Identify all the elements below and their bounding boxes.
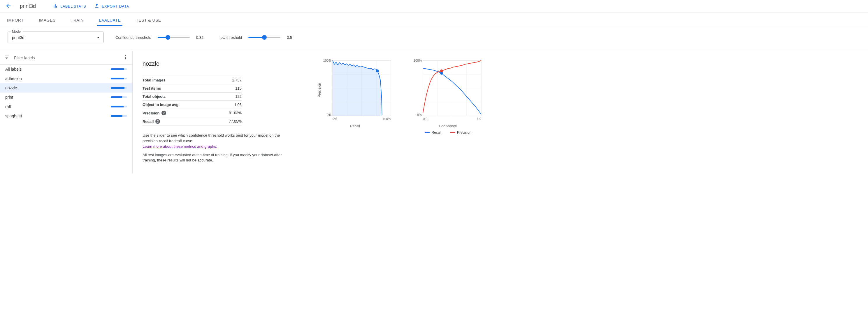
tabs: IMPORTIMAGESTRAINEVALUATETEST & USE [0,13,868,26]
conf-chart-xlabel: Confidence [439,124,457,128]
model-select[interactable]: Model print3d [7,31,104,43]
label-row-adhesion[interactable]: adhesion [0,74,132,83]
tab-evaluate[interactable]: EVALUATE [97,18,122,26]
filter-labels-input[interactable] [13,55,119,60]
stat-key: Total images [143,78,165,82]
main: All labelsadhesionnozzleprintraftspaghet… [0,51,868,174]
stat-value: 115 [235,86,242,90]
label-name: print [5,95,13,100]
label-row-raft[interactable]: raft [0,102,132,111]
page-title: print3d [20,3,36,9]
stat-value: 122 [235,94,242,99]
label-row-spaghetti[interactable]: spaghetti [0,111,132,120]
svg-text:100%: 100% [383,117,391,120]
iou-label: IoU threshold [219,35,242,40]
tab-import[interactable]: IMPORT [5,18,25,26]
svg-text:0%: 0% [417,113,422,116]
confidence-value: 0.32 [196,35,208,40]
stat-value: 1.06 [234,103,242,107]
stat-table: Total images2,737Test items115Total obje… [143,76,242,126]
back-arrow-icon[interactable] [5,3,12,10]
label-name: All labels [5,67,22,72]
svg-text:1.0: 1.0 [477,117,481,120]
stat-value: 81.03% [229,111,242,115]
label-row-print[interactable]: print [0,92,132,102]
stat-row: Total images2,737 [143,76,242,84]
iou-value: 0.5 [287,35,299,40]
svg-point-11 [376,69,379,73]
label-minibar [111,106,127,107]
legend-precision: Precision [457,131,471,135]
label-minibar [111,87,127,89]
label-name: spaghetti [5,114,22,118]
svg-text:100%: 100% [323,59,332,62]
svg-text:0.0: 0.0 [423,117,427,120]
blurb: Use the slider to see which confidence t… [143,133,294,163]
bar-chart-icon [53,3,58,9]
help-icon[interactable]: ? [161,111,166,115]
label-minibar [111,96,127,98]
filter-row [0,51,132,64]
stat-value: 2,737 [232,78,242,82]
learn-more-link[interactable]: Learn more about these metrics and graph… [143,144,217,148]
blurb-text-2: All test images are evaluated at the tim… [143,153,282,163]
pr-chart-xlabel: Recall [350,124,360,128]
topbar: print3d LABEL STATS EXPORT DATA [0,0,868,13]
stat-row: Recall?77.05% [143,117,242,126]
stat-row: Test items115 [143,84,242,92]
stat-key: Precision? [143,111,166,115]
label-row-nozzle[interactable]: nozzle [0,83,132,92]
confidence-chart: 100%0%0.01.0 [413,58,483,122]
tab-train[interactable]: TRAIN [69,18,86,26]
confidence-label: Confidence threshold [116,35,151,40]
precision-recall-chart: 100%0%0%100% [323,58,393,122]
more-vert-icon[interactable] [123,55,128,61]
upload-icon [94,3,99,9]
label-minibar [111,78,127,79]
stat-key: Recall? [143,119,160,124]
pr-chart-block: Precision 100%0%0%100% Recall [317,58,393,128]
controls-bar: Model print3d Confidence threshold 0.32 … [0,26,868,51]
confidence-slider-group: Confidence threshold 0.32 [116,35,208,40]
legend-recall: Recall [432,131,441,135]
label-minibar [111,115,127,117]
label-stats-button[interactable]: LABEL STATS [53,3,86,9]
pr-chart-ylabel: Precision [317,83,321,97]
tab-images[interactable]: IMAGES [37,18,57,26]
label-name: raft [5,104,11,109]
svg-point-24 [440,69,443,73]
stat-key: Object to image avg [143,103,179,107]
conf-chart-block: 100%0%0.01.0 Confidence Recall Precision [413,58,483,135]
export-data-button[interactable]: EXPORT DATA [94,3,129,9]
detail-panel: nozzle Total images2,737Test items115Tot… [133,51,868,174]
help-icon[interactable]: ? [155,119,160,124]
stat-key: Test items [143,86,161,90]
iou-slider[interactable] [248,37,280,38]
conf-chart-legend: Recall Precision [425,131,472,135]
stat-value: 77.05% [229,119,242,124]
label-row-all-labels[interactable]: All labels [0,64,132,74]
stat-row: Object to image avg1.06 [143,101,242,109]
filter-icon[interactable] [4,55,9,61]
svg-text:0%: 0% [327,113,332,116]
caret-down-icon [96,36,100,40]
export-data-label: EXPORT DATA [102,4,129,8]
stat-row: Precision?81.03% [143,109,242,117]
charts: Precision 100%0%0%100% Recall 100%0%0.01… [317,58,483,167]
iou-slider-group: IoU threshold 0.5 [219,35,299,40]
blurb-text-1: Use the slider to see which confidence t… [143,133,280,143]
svg-text:0%: 0% [333,117,337,120]
label-name: adhesion [5,76,22,81]
label-name: nozzle [5,86,17,90]
detail-title: nozzle [143,60,306,67]
confidence-slider[interactable] [158,37,190,38]
model-select-value: print3d [12,35,25,40]
tab-test-use[interactable]: TEST & USE [134,18,163,26]
label-minibar [111,68,127,70]
svg-text:100%: 100% [413,59,422,62]
stat-row: Total objects122 [143,92,242,101]
model-select-label: Model [11,29,23,34]
stat-key: Total objects [143,94,165,99]
label-stats-label: LABEL STATS [60,4,86,8]
labels-sidebar: All labelsadhesionnozzleprintraftspaghet… [0,51,133,174]
